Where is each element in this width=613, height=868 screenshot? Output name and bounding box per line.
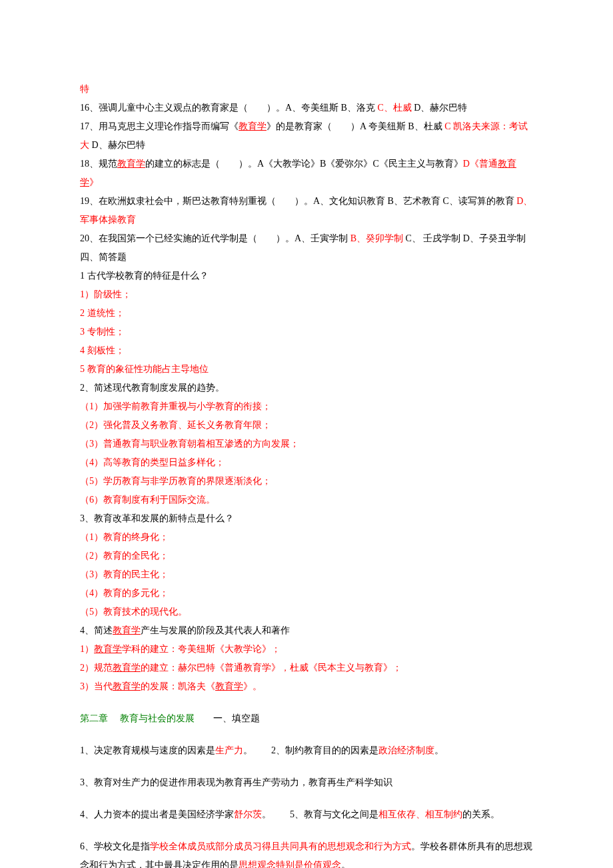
text-segment: 学科的建立：夸美纽斯《大教学论》； [122, 644, 281, 654]
text-segment: 教育学 [94, 644, 122, 654]
text-segment: 6、学校文化是指 [80, 841, 150, 851]
text-line: （6）教育制度有利于国际交流。 [80, 491, 533, 509]
text-segment: 相互依存、相互制约 [378, 809, 462, 819]
text-segment: （1）加强学前教育并重视与小学教育的衔接； [80, 401, 271, 411]
text-segment: 教育学 [113, 681, 141, 691]
text-line: 1）阶级性； [80, 285, 533, 304]
text-segment: 4 刻板性； [80, 345, 125, 355]
text-segment: （3）普通教育与职业教育朝着相互渗透的方向发展； [80, 439, 299, 449]
text-segment: D、赫尔巴特 [412, 103, 468, 113]
text-segment: 第二章 教育与社会的发展 [80, 713, 195, 723]
text-line: 4 刻板性； [80, 341, 533, 360]
text-segment: 的建立的标志是（ ）。A《大教学论》B《爱弥尔》C《民主主义与教育》 [145, 159, 463, 169]
text-line: 1、决定教育规模与速度的因素是生产力。 2、制约教育目的的因素是政治经济制度。 [80, 741, 533, 760]
text-line: 1）教育学学科的建立：夸美纽斯《大教学论》； [80, 640, 533, 659]
text-segment: 教育学 [215, 681, 243, 691]
text-line: 3、教育改革和发展的新特点是什么？ [80, 509, 533, 528]
text-segment: 思想观念特别是价值观念 [239, 860, 341, 868]
text-segment: 》 [89, 177, 99, 187]
text-segment: 的建立：赫尔巴特《普通教育学》，杜威《民本主义与教育》； [141, 663, 402, 673]
text-line: 3 专制性； [80, 323, 533, 341]
text-segment: 的发展：凯洛夫《 [141, 681, 215, 691]
text-line: 四、简答题 [80, 248, 533, 267]
text-line: 1 古代学校教育的特征是什么？ [80, 267, 533, 285]
text-line: （5）教育技术的现代化。 [80, 603, 533, 621]
text-line: 2、简述现代教育制度发展的趋势。 [80, 379, 533, 397]
text-line: 20、在我国第一个已经实施的近代学制是（ ）。A、壬寅学制 B、癸卯学制 C、 … [80, 229, 533, 248]
text-segment: 4、简述 [80, 625, 113, 635]
text-segment: （3）教育的民主化； [80, 569, 169, 579]
text-segment: 18、规范 [80, 159, 117, 169]
text-line: （1）教育的终身化； [80, 528, 533, 547]
text-segment: 》的是教育家（ ）A 夸美纽斯 B、杜威 [267, 121, 444, 131]
text-segment: 一、填空题 [195, 713, 260, 723]
text-segment: 教育学 [113, 625, 141, 635]
text-line: 第二章 教育与社会的发展 一、填空题 [80, 709, 533, 728]
text-line: （1）加强学前教育并重视与小学教育的衔接； [80, 397, 533, 416]
text-segment: 学校全体成员或部分成员习得且共同具有的思想观念和行为方式 [150, 841, 411, 851]
text-segment: 3、教育对生产力的促进作用表现为教育再生产劳动力，教育再生产科学知识 [80, 777, 392, 787]
text-segment: B、癸卯学制 [350, 233, 403, 243]
text-segment: 舒尔茨 [234, 809, 262, 819]
text-line: 6、学校文化是指学校全体成员或部分成员习得且共同具有的思想观念和行为方式。学校各… [80, 837, 533, 868]
text-segment: 1、决定教育规模与速度的因素是 [80, 745, 215, 755]
text-segment: 。 5、教育与文化之间是 [262, 809, 378, 819]
text-segment: 的关系。 [462, 809, 500, 819]
text-segment: 1）阶级性； [80, 289, 131, 299]
text-segment: 20、在我国第一个已经实施的近代学制是（ ）。A、壬寅学制 [80, 233, 350, 243]
text-segment: C、杜威 [377, 103, 411, 113]
text-segment: （4）教育的多元化； [80, 588, 169, 598]
text-line: （3）普通教育与职业教育朝着相互渗透的方向发展； [80, 435, 533, 453]
text-line: （2）教育的全民化； [80, 547, 533, 565]
text-line: （5）学历教育与非学历教育的界限逐渐淡化； [80, 472, 533, 491]
text-segment: C、 壬戌学制 D、子癸丑学制 [403, 233, 526, 243]
text-line: 5 教育的象征性功能占主导地位 [80, 360, 533, 379]
text-line: 4、人力资本的提出者是美国经济学家舒尔茨。 5、教育与文化之间是相互依存、相互制… [80, 805, 533, 824]
text-line: 3）当代教育学的发展：凯洛夫《教育学》。 [80, 677, 533, 696]
text-segment: 2、简述现代教育制度发展的趋势。 [80, 383, 225, 393]
text-segment: 2）规范 [80, 663, 113, 673]
text-segment: 生产力 [215, 745, 243, 755]
text-segment: 教育学 [117, 159, 145, 169]
text-line: 4、简述教育学产生与发展的阶段及其代表人和著作 [80, 621, 533, 640]
text-segment: 教育学 [239, 121, 267, 131]
text-segment: 2 道统性； [80, 308, 125, 318]
text-line: 17、用马克思主义理论作指导而编写《教育学》的是教育家（ ）A 夸美纽斯 B、杜… [80, 117, 533, 155]
text-segment: 。 [434, 745, 444, 755]
text-line: （4）高等教育的类型日益多样化； [80, 453, 533, 472]
text-segment: 产生与发展的阶段及其代表人和著作 [141, 625, 290, 635]
text-line: 特 [80, 80, 533, 99]
text-line: 19、在欧洲奴隶社会中，斯巴达教育特别重视（ ）。A、文化知识教育 B、艺术教育… [80, 192, 533, 229]
text-segment: （5）教育技术的现代化。 [80, 607, 187, 617]
text-segment: 。 [341, 860, 350, 868]
text-segment: 四、简答题 [80, 252, 127, 262]
text-segment: 》。 [243, 681, 262, 691]
text-line: （4）教育的多元化； [80, 584, 533, 603]
text-segment: D、赫尔巴特 [89, 140, 145, 150]
text-segment: 3 专制性； [80, 327, 125, 337]
text-segment: 1） [80, 644, 94, 654]
text-segment: 16、强调儿童中心主义观点的教育家是（ ）。A、夸美纽斯 B、洛克 [80, 103, 377, 113]
text-segment: （1）教育的终身化； [80, 532, 169, 542]
text-segment: （4）高等教育的类型日益多样化； [80, 457, 225, 467]
text-segment: 5 教育的象征性功能占主导地位 [80, 364, 209, 374]
text-segment: 3、教育改革和发展的新特点是什么？ [80, 513, 234, 523]
text-segment: （6）教育制度有利于国际交流。 [80, 495, 215, 505]
text-line: 18、规范教育学的建立的标志是（ ）。A《大教学论》B《爱弥尔》C《民主主义与教… [80, 155, 533, 192]
text-line: 2）规范教育学的建立：赫尔巴特《普通教育学》，杜威《民本主义与教育》； [80, 659, 533, 677]
text-line: （2）强化普及义务教育、延长义务教育年限； [80, 416, 533, 435]
text-segment: 特 [80, 84, 89, 94]
text-segment: （2）强化普及义务教育、延长义务教育年限； [80, 420, 271, 430]
text-segment: （5）学历教育与非学历教育的界限逐渐淡化； [80, 476, 271, 486]
text-line: 3、教育对生产力的促进作用表现为教育再生产劳动力，教育再生产科学知识 [80, 773, 533, 792]
text-segment: 教育学 [113, 663, 141, 673]
text-line: （3）教育的民主化； [80, 565, 533, 584]
text-line: 2 道统性； [80, 304, 533, 323]
text-line: 16、强调儿童中心主义观点的教育家是（ ）。A、夸美纽斯 B、洛克 C、杜威 D… [80, 99, 533, 117]
text-segment: 17、用马克思主义理论作指导而编写《 [80, 121, 239, 131]
text-segment: 1 古代学校教育的特征是什么？ [80, 271, 209, 281]
text-segment: D《普通 [463, 159, 498, 169]
text-segment: （2）教育的全民化； [80, 551, 169, 561]
text-segment: 19、在欧洲奴隶社会中，斯巴达教育特别重视（ ）。A、文化知识教育 B、艺术教育… [80, 196, 516, 206]
text-segment: 4、人力资本的提出者是美国经济学家 [80, 809, 234, 819]
